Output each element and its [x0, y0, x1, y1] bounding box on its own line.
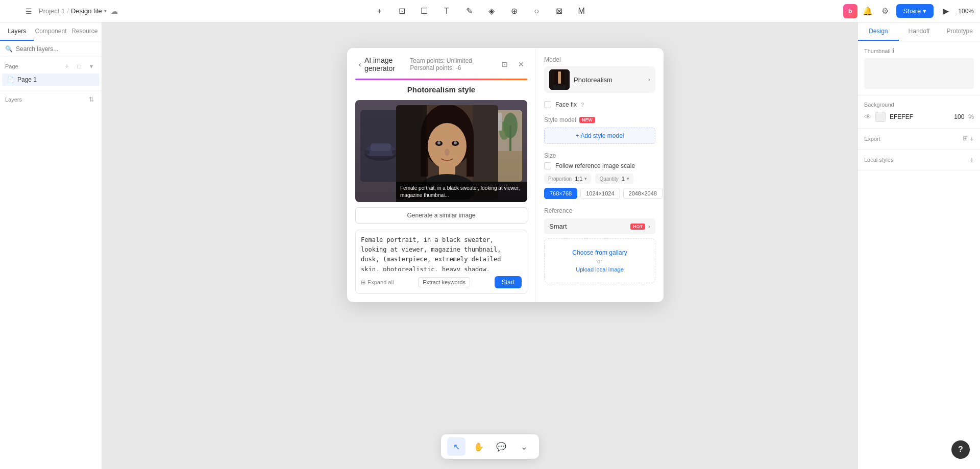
follow-ref-checkbox[interactable]	[544, 162, 551, 169]
pen-tool[interactable]: ✎	[461, 3, 477, 19]
model-selector[interactable]: Photorealism ›	[544, 66, 655, 93]
right-tab-handoff[interactable]: Handoff	[899, 22, 940, 41]
expand-button[interactable]: ▾	[86, 61, 96, 71]
local-styles-add-button[interactable]: +	[970, 156, 974, 164]
crop-tool[interactable]: ⊠	[551, 3, 567, 19]
share-chevron: ▾	[923, 7, 926, 15]
add-style-button[interactable]: + Add style model	[544, 128, 655, 144]
layers-sort-icon[interactable]: ⇅	[86, 94, 96, 105]
prompt-textarea[interactable]: Female portrait, in a black sweater, loo…	[361, 235, 522, 271]
right-tab-prototype[interactable]: Prototype	[939, 22, 980, 41]
upload-local-button[interactable]: Upload local image	[555, 266, 645, 273]
export-icon[interactable]: ⊞	[963, 135, 968, 143]
search-icon[interactable]: ⚙	[878, 4, 892, 18]
caption-text: Female portrait, in a black sweater, loo…	[400, 185, 523, 199]
comment-tool[interactable]: 💬	[492, 437, 510, 456]
resolution-row: 768×768 1024×1024 2048×2048	[544, 188, 655, 199]
canvas[interactable]: ‹ AI image generator Team points: Unlimi…	[102, 22, 857, 469]
proportion-select[interactable]: Proportion 1:1 ▾	[544, 174, 591, 184]
color-label[interactable]: EFEFEF	[890, 113, 950, 120]
text-tool[interactable]: T	[438, 3, 455, 19]
add-button[interactable]: +	[371, 3, 387, 19]
svg-rect-34	[553, 85, 566, 90]
shape-tool[interactable]: ☐	[416, 3, 432, 19]
topbar: ☰ Project 1 / Design file ▾ ☁ + ⊡ ☐ T ✎ …	[0, 0, 980, 22]
expand-all-button[interactable]: ⊞ Expand all	[361, 279, 394, 286]
cursor-tool[interactable]: ↖	[447, 437, 465, 456]
play-button[interactable]: ▶	[938, 3, 954, 19]
frame-tool[interactable]: ⊡	[394, 3, 410, 19]
add-page-button[interactable]: +	[62, 61, 72, 71]
share-label: Share	[903, 7, 921, 15]
pin-button[interactable]: ⊡	[499, 58, 511, 70]
zoom-label[interactable]: 100%	[958, 8, 974, 15]
quantity-select[interactable]: Quantity 1 ▾	[595, 174, 633, 184]
face-fix-checkbox[interactable]	[544, 101, 551, 108]
res-768-button[interactable]: 768×768	[544, 188, 577, 199]
filename-label[interactable]: Design file	[71, 7, 102, 15]
gradient-decoration	[355, 79, 527, 80]
page-section-actions: + □ ▾	[62, 61, 96, 71]
style-model-label: Style model	[544, 116, 576, 124]
panel-tabs: Layers Component Resource	[0, 22, 102, 41]
local-styles-section: Local styles +	[858, 150, 980, 170]
start-button[interactable]: Start	[495, 276, 522, 288]
model-avatar-img	[549, 69, 570, 90]
more-tools[interactable]: ⌄	[514, 437, 533, 456]
choose-gallery-button[interactable]: Choose from gallary	[555, 249, 645, 256]
folder-button[interactable]: □	[74, 61, 84, 71]
cloud-icon[interactable]: ☁	[111, 7, 118, 15]
tab-component[interactable]: Component	[34, 22, 67, 41]
breadcrumb-separator: /	[67, 7, 69, 15]
proportion-value: 1:1	[575, 176, 582, 182]
page-item-1[interactable]: 📄 Page 1	[2, 73, 100, 86]
extract-keywords-button[interactable]: Extract keywords	[418, 277, 470, 287]
hot-badge: HOT	[630, 224, 645, 230]
page-icon: 📄	[7, 77, 14, 83]
ai-modal: ‹ AI image generator Team points: Unlimi…	[347, 48, 664, 302]
ellipse-tool[interactable]: ○	[528, 3, 545, 19]
tab-layers[interactable]: Layers	[0, 22, 34, 41]
filename-chevron[interactable]: ▾	[104, 8, 107, 14]
smart-chevron: ›	[648, 223, 650, 230]
face-fix-label: Face fix	[555, 101, 577, 108]
menu-button[interactable]: ☰	[22, 5, 35, 17]
modal-back-button[interactable]: ‹	[355, 58, 364, 70]
smart-row[interactable]: Smart HOT ›	[544, 218, 655, 234]
export-section: Export ⊞ +	[858, 129, 980, 150]
eye-icon[interactable]: 👁	[864, 113, 871, 121]
style-model-header: Style model NEW	[544, 116, 655, 124]
res-1024-button[interactable]: 1024×1024	[580, 188, 620, 199]
team-points-text: Team points: Unlimited	[410, 57, 472, 64]
boolean-tool[interactable]: ⊕	[506, 3, 522, 19]
color-swatch[interactable]	[875, 112, 886, 122]
back-button[interactable]	[6, 5, 18, 17]
help-button[interactable]: ?	[951, 440, 970, 459]
export-add-button[interactable]: +	[970, 135, 974, 143]
plugin-tool[interactable]: M	[573, 3, 590, 19]
prompt-area: Female portrait, in a black sweater, loo…	[355, 230, 527, 294]
generate-similar-button[interactable]: Generate a similar image	[355, 207, 527, 224]
search-input[interactable]	[16, 45, 96, 53]
right-tabs: Design Handoff Prototype	[858, 22, 980, 41]
quantity-label: Quantity	[599, 176, 618, 182]
team-points: Team points: Unlimited Personal points: …	[410, 57, 499, 71]
right-panel: Design Handoff Prototype Thumbnail ℹ Bac…	[857, 22, 980, 469]
hand-tool[interactable]: ✋	[470, 437, 488, 456]
notification-icon[interactable]: 🔔	[861, 4, 875, 18]
plugin-icon-b[interactable]: b	[843, 4, 857, 18]
proportion-label: Proportion	[548, 176, 572, 182]
res-2048-button[interactable]: 2048×2048	[623, 188, 663, 199]
modal-header: ‹ AI image generator Team points: Unlimi…	[355, 56, 527, 72]
follow-ref-row: Follow reference image scale	[544, 162, 655, 169]
page1-label: Page 1	[17, 76, 37, 83]
tab-resource[interactable]: Resource	[68, 22, 102, 41]
prop-qty-row: Proportion 1:1 ▾ Quantity 1 ▾	[544, 174, 655, 184]
right-tab-design[interactable]: Design	[858, 22, 899, 41]
opacity-label[interactable]: 100	[954, 113, 964, 120]
svg-point-18	[454, 141, 457, 144]
close-button[interactable]: ✕	[515, 58, 527, 70]
face-fix-help-icon[interactable]: ?	[581, 102, 584, 108]
component-tool[interactable]: ◈	[483, 3, 500, 19]
share-button[interactable]: Share ▾	[896, 4, 934, 18]
